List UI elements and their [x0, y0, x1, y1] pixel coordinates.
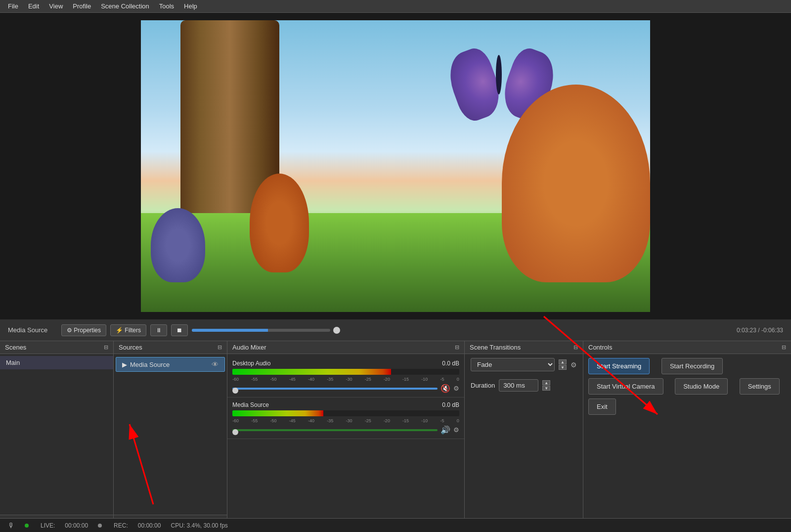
audio-mixer-collapse-icon[interactable]: ⊟ [455, 344, 459, 351]
scenes-panel-header: Scenes ⊟ [0, 341, 113, 354]
desktop-audio-ticks: -60-55-50-45-40-35 -30-25-20-15-10-50 [232, 377, 459, 382]
audio-mixer-header: Audio Mixer ⊟ [227, 341, 464, 354]
desktop-mute-icon[interactable]: 🔇 [440, 384, 450, 393]
media-audio-label: Media Source [232, 401, 269, 408]
duration-spin-up[interactable]: ▲ [542, 380, 550, 385]
scene-transitions-label: Scene Transitions [470, 344, 521, 351]
sources-panel: Sources ⊟ ▶ Media Source 👁 + − ⚙ ∧ ∨ [114, 341, 227, 532]
filters-button[interactable]: ⚡ Filters [110, 324, 146, 336]
progress-container [192, 327, 340, 334]
source-item-media[interactable]: ▶ Media Source 👁 [116, 357, 225, 372]
dog-graphic [502, 85, 650, 282]
desktop-audio-level-bar [232, 369, 459, 375]
desktop-audio-db: 0.0 dB [442, 360, 459, 367]
bottom-panels: Scenes ⊟ Main + − ∧ ∨ Sources ⊟ ▶ Media … [0, 341, 791, 532]
audio-channels: Desktop Audio 0.0 dB -60-55-50-45-40-35 … [227, 354, 464, 532]
transition-row: Fade Cut Swipe Slide ▲ ▼ ⚙ [465, 354, 583, 375]
audio-mixer-panel: Audio Mixer ⊟ Desktop Audio 0.0 dB -60-5… [227, 341, 465, 532]
studio-mode-button[interactable]: Studio Mode [675, 378, 728, 395]
desktop-audio-level-fill [232, 369, 391, 375]
menu-view[interactable]: View [44, 1, 68, 11]
sources-collapse-icon[interactable]: ⊟ [218, 344, 222, 351]
transition-spin-up[interactable]: ▲ [559, 359, 567, 364]
rec-status-dot [98, 524, 102, 528]
source-play-icon: ▶ [122, 361, 127, 368]
menu-profile[interactable]: Profile [68, 1, 96, 11]
audio-channel-media: Media Source 0.0 dB -60-55-50-45-40-35 -… [227, 398, 464, 439]
menu-file[interactable]: File [3, 1, 23, 11]
media-audio-controls: 🔊 ⚙ [232, 425, 459, 435]
desktop-audio-label: Desktop Audio [232, 360, 270, 367]
settings-button[interactable]: Settings [740, 378, 780, 395]
scenes-header-label: Scenes [5, 344, 26, 351]
start-virtual-camera-button[interactable]: Start Virtual Camera [588, 378, 663, 395]
media-volume-slider[interactable] [232, 429, 438, 431]
media-audio-level-bar [232, 410, 459, 416]
transition-type-select[interactable]: Fade Cut Swipe Slide [471, 358, 555, 371]
playback-timestamp: 0:03:23 / -0:06:33 [737, 327, 783, 334]
cpu-label: CPU: 3.4%, 30.00 fps [171, 522, 227, 529]
sources-list: ▶ Media Source 👁 [114, 354, 227, 515]
media-audio-db: 0.0 dB [442, 401, 459, 408]
duration-label: Duration [471, 382, 495, 389]
scene-transitions-collapse-icon[interactable]: ⊟ [573, 344, 578, 351]
properties-button[interactable]: ⚙ Properties [61, 324, 106, 336]
preview-canvas [141, 20, 650, 312]
exit-button[interactable]: Exit [588, 399, 616, 415]
menu-help[interactable]: Help [179, 1, 202, 11]
source-row-inner: ▶ Media Source [122, 361, 170, 368]
scene-transitions-panel: Scene Transitions ⊟ Fade Cut Swipe Slide… [465, 341, 583, 532]
controls-collapse-icon[interactable]: ⊟ [782, 344, 786, 351]
progress-handle[interactable] [333, 327, 340, 334]
mic-icon: 🎙 [8, 522, 15, 530]
audio-channel-desktop: Desktop Audio 0.0 dB -60-55-50-45-40-35 … [227, 356, 464, 398]
desktop-audio-header: Desktop Audio 0.0 dB [232, 360, 459, 367]
transition-spin-down[interactable]: ▼ [559, 365, 567, 370]
duration-input[interactable] [499, 379, 538, 392]
start-recording-button[interactable]: Start Recording [661, 358, 723, 374]
source-name-label: Media Source [130, 361, 170, 368]
transition-settings-icon[interactable]: ⚙ [571, 361, 577, 369]
media-settings-icon[interactable]: ⚙ [453, 426, 459, 434]
scenes-collapse-icon[interactable]: ⊟ [104, 344, 108, 351]
controls-buttons-list: Start Streaming Start Recording Start Vi… [583, 354, 791, 532]
media-audio-header: Media Source 0.0 dB [232, 401, 459, 408]
scenes-list: Main [0, 354, 113, 515]
start-streaming-button[interactable]: Start Streaming [588, 358, 650, 374]
duration-spin-down[interactable]: ▼ [542, 386, 550, 391]
scenes-panel: Scenes ⊟ Main + − ∧ ∨ [0, 341, 114, 532]
pause-button[interactable]: ⏸ [150, 324, 167, 336]
duration-row: Duration ▲ ▼ [465, 375, 583, 396]
media-volume-icon[interactable]: 🔊 [440, 425, 450, 435]
duration-spin-buttons: ▲ ▼ [542, 380, 550, 391]
live-time: 00:00:00 [65, 522, 88, 529]
rec-time: 00:00:00 [138, 522, 161, 529]
scene-item-main[interactable]: Main [0, 356, 113, 369]
scene-transitions-header: Scene Transitions ⊟ [465, 341, 583, 354]
media-audio-level-fill [232, 410, 323, 416]
butterfly-body [496, 55, 502, 94]
controls-header: Controls ⊟ [583, 341, 791, 354]
rec-label: REC: [114, 522, 128, 529]
menu-edit[interactable]: Edit [23, 1, 44, 11]
media-volume-handle[interactable] [232, 429, 238, 435]
desktop-volume-slider[interactable] [232, 388, 438, 390]
sources-header-label: Sources [119, 344, 142, 351]
progress-fill [192, 329, 268, 332]
transition-spin-buttons: ▲ ▼ [559, 359, 567, 370]
source-visibility-icon[interactable]: 👁 [212, 360, 219, 368]
preview-area [0, 13, 791, 319]
menu-tools[interactable]: Tools [154, 1, 179, 11]
stop-button[interactable]: ⏹ [171, 324, 188, 336]
media-audio-ticks: -60-55-50-45-40-35 -30-25-20-15-10-50 [232, 418, 459, 423]
controls-panel: Controls ⊟ Start Streaming Start Recordi… [583, 341, 791, 532]
squirrel-graphic [250, 174, 309, 272]
bunny-graphic [151, 208, 205, 282]
progress-bar[interactable] [192, 329, 330, 332]
menu-scene-collection[interactable]: Scene Collection [96, 1, 154, 11]
live-status-dot [25, 524, 29, 528]
desktop-settings-icon[interactable]: ⚙ [453, 385, 459, 392]
status-bar: 🎙 LIVE: 00:00:00 REC: 00:00:00 CPU: 3.4%… [0, 518, 791, 532]
sources-panel-header: Sources ⊟ [114, 341, 227, 354]
desktop-volume-handle[interactable] [232, 388, 238, 394]
